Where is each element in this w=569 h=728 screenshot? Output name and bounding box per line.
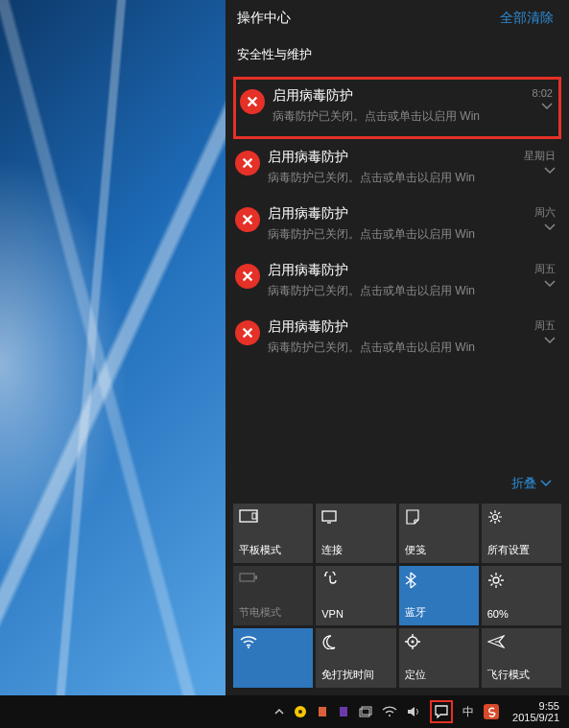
qa-label: 定位 [405,668,473,682]
qa-label: 节电模式 [239,605,307,620]
notification-item[interactable]: 启用病毒防护 病毒防护已关闭。点击或单击以启用 Win 星期日 [233,143,561,200]
gear-icon [487,509,556,527]
qa-location[interactable]: 定位 [399,628,479,688]
notification-item[interactable]: 启用病毒防护 病毒防护已关闭。点击或单击以启用 Win 8:02 [233,77,561,139]
svg-rect-4 [240,574,254,581]
error-icon [235,151,260,176]
quick-actions-grid: 平板模式 连接 便笺 所有设置 节电模式 VPN 蓝牙 60% [225,504,569,695]
action-center-header: 操作中心 全部清除 [225,0,569,42]
svg-point-8 [248,646,249,648]
qa-all-settings[interactable]: 所有设置 [482,504,561,563]
chevron-down-icon[interactable] [544,280,556,288]
tray-chevron-up-icon[interactable] [274,708,284,716]
connect-icon [321,509,390,527]
section-title-security: 安全性与维护 [225,42,569,77]
qa-label: 平板模式 [239,543,307,557]
qa-bluetooth[interactable]: 蓝牙 [399,566,479,625]
notification-desc: 病毒防护已关闭。点击或单击以启用 Win [268,226,506,243]
volume-icon[interactable] [407,705,420,718]
taskbar: 中 9:55 2015/9/21 [0,695,569,728]
moon-icon [321,634,390,651]
location-icon [405,634,473,651]
wifi-icon [239,634,307,651]
vpn-icon [321,572,390,589]
qa-label: 连接 [321,543,390,557]
note-icon [405,509,473,527]
qa-wifi[interactable] [233,628,313,688]
qa-label: 飞行模式 [487,668,556,682]
bluetooth-icon [405,572,473,589]
svg-point-3 [492,515,497,520]
qa-brightness[interactable]: 60% [482,566,561,625]
qa-airplane[interactable]: 飞行模式 [482,628,561,688]
notification-desc: 病毒防护已关闭。点击或单击以启用 Win [268,283,506,299]
notification-item[interactable]: 启用病毒防护 病毒防护已关闭。点击或单击以启用 Win 周五 [233,313,561,369]
notification-desc: 病毒防护已关闭。点击或单击以启用 Win [273,108,503,125]
clock-time: 9:55 [539,700,559,712]
svg-point-12 [298,710,302,714]
qa-label: 60% [487,608,556,620]
qa-battery-saver[interactable]: 节电模式 [233,566,313,625]
svg-rect-14 [340,707,347,716]
collapse-label[interactable]: 折叠 [511,475,536,492]
taskbar-clock[interactable]: 9:55 2015/9/21 [509,700,563,723]
svg-point-17 [389,715,391,716]
error-icon [235,320,260,345]
svg-rect-1 [252,513,256,519]
ime-indicator[interactable]: 中 [462,704,474,720]
chevron-down-icon[interactable] [541,103,553,110]
tray-app-icon[interactable] [338,705,349,718]
clear-all-link[interactable]: 全部清除 [500,10,554,27]
notification-title: 启用病毒防护 [268,262,506,279]
chevron-down-icon[interactable] [544,337,556,344]
notification-time: 周五 [534,262,556,276]
svg-rect-2 [322,511,336,521]
action-center-panel: 操作中心 全部清除 安全性与维护 启用病毒防护 病毒防护已关闭。点击或单击以启用… [225,0,569,695]
wifi-icon[interactable] [382,706,397,717]
svg-point-7 [493,577,499,583]
qa-connect[interactable]: 连接 [316,504,395,563]
chevron-down-icon[interactable] [544,223,556,231]
action-center-title: 操作中心 [237,10,291,27]
qa-label: VPN [321,608,390,620]
sogou-ime-icon[interactable] [484,704,499,719]
qa-vpn[interactable]: VPN [316,566,395,625]
svg-point-6 [324,575,326,576]
svg-rect-0 [240,510,257,522]
battery-icon [239,572,307,589]
chevron-down-icon[interactable] [544,167,556,175]
qa-label: 所有设置 [487,543,556,557]
notification-title: 启用病毒防护 [268,149,506,166]
collapse-row[interactable]: 折叠 [225,463,569,504]
chevron-down-icon [540,480,552,487]
tray-app-icon[interactable] [294,705,307,718]
notification-title: 启用病毒防护 [268,205,506,223]
qa-quiet-hours[interactable]: 免打扰时间 [316,628,395,688]
notification-list: 启用病毒防护 病毒防护已关闭。点击或单击以启用 Win 8:02 启用病毒防护 … [225,77,569,463]
svg-point-10 [411,641,414,644]
desktop-wallpaper [0,0,225,728]
notification-desc: 病毒防护已关闭。点击或单击以启用 Win [268,340,506,356]
notification-time: 周六 [534,205,556,220]
notification-item[interactable]: 启用病毒防护 病毒防护已关闭。点击或单击以启用 Win 周六 [233,200,561,256]
brightness-icon [487,572,556,589]
qa-note[interactable]: 便笺 [399,504,479,563]
qa-tablet-mode[interactable]: 平板模式 [233,504,313,563]
notification-desc: 病毒防护已关闭。点击或单击以启用 Win [268,170,506,186]
notification-title: 启用病毒防护 [273,87,503,105]
notification-time: 周五 [534,318,556,333]
error-icon [235,207,260,232]
system-tray: 中 9:55 2015/9/21 [274,700,569,723]
notification-item[interactable]: 启用病毒防护 病毒防护已关闭。点击或单击以启用 Win 周五 [233,256,561,313]
network-icon[interactable] [359,705,372,718]
tray-app-icon[interactable] [317,705,328,718]
error-icon [240,89,265,114]
tablet-icon [239,509,307,527]
qa-label: 免打扰时间 [321,668,390,682]
notification-title: 启用病毒防护 [268,318,506,336]
error-icon [235,264,260,289]
action-center-icon[interactable] [430,700,453,723]
notification-time: 星期日 [524,149,556,163]
notification-time: 8:02 [533,87,553,99]
airplane-icon [487,634,556,651]
